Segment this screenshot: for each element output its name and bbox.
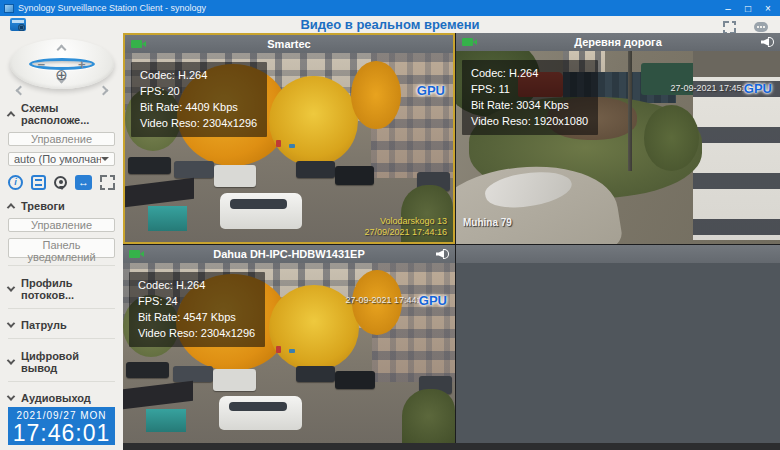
- target-icon: ⊕: [55, 66, 68, 84]
- camera-header[interactable]: Smartec: [125, 35, 453, 53]
- video-scene-shape: [335, 371, 375, 389]
- video-scene-shape: [289, 349, 295, 353]
- resolution-text: Video Reso: 2304x1296: [138, 325, 255, 341]
- camera-osd-timestamp: 27-09-2021 17:44:06: [345, 295, 429, 305]
- notification-panel-button[interactable]: Панель уведомлений: [8, 238, 115, 258]
- gpu-badge: GPU: [419, 293, 447, 308]
- live-view-grid: Smartec: [123, 33, 780, 450]
- camera-video-feed[interactable]: Codec: H.264 FPS: 20 Bit Rate: 4409 Kbps…: [125, 53, 453, 242]
- app-logo-icon: [4, 4, 14, 13]
- video-scene-shape: [276, 140, 281, 147]
- video-scene-shape: [146, 409, 186, 432]
- camera-icon: [129, 250, 140, 258]
- layout-manage-button[interactable]: Управление: [8, 132, 115, 146]
- section-audio-output[interactable]: Аудиовыход: [8, 392, 115, 404]
- app-header: Видео в реальном времени: [0, 16, 780, 33]
- clock-time: 17:46:01: [8, 422, 115, 445]
- codec-text: Codec: H.264: [140, 67, 257, 83]
- stream-info-overlay: Codec: H.264 FPS: 20 Bit Rate: 4409 Kbps…: [131, 62, 267, 137]
- ptz-left-arrow-icon[interactable]: [15, 86, 25, 96]
- video-scene-shape: [174, 161, 213, 178]
- minimize-button[interactable]: –: [718, 0, 738, 16]
- expand-view-button[interactable]: [100, 173, 115, 191]
- title-bar: Synology Surveillance Station Client - s…: [0, 0, 780, 16]
- video-scene-shape: [214, 165, 257, 188]
- layout-preset-select[interactable]: auto (По умолчанию): [8, 152, 115, 166]
- ptz-up-arrow-icon[interactable]: [56, 45, 66, 55]
- video-scene-shape: [148, 206, 187, 231]
- location-pin-icon: [54, 176, 67, 189]
- close-button[interactable]: ×: [758, 0, 778, 16]
- chevron-down-icon: [7, 283, 15, 291]
- chevron-down-icon: [7, 319, 15, 327]
- ptz-zoom-ring[interactable]: − + ⊕: [29, 58, 95, 70]
- snapshot-target-button[interactable]: [54, 173, 67, 191]
- osd-list-button[interactable]: [31, 173, 46, 191]
- ptz-right-arrow-icon[interactable]: [98, 86, 108, 96]
- camera-header: [456, 245, 780, 263]
- codec-text: Codec: H.264: [138, 277, 255, 293]
- alarm-manage-button[interactable]: Управление: [8, 218, 115, 232]
- speaker-icon[interactable]: [436, 248, 450, 260]
- bitrate-text: Bit Rate: 4409 Kbps: [140, 99, 257, 115]
- zoom-out-button[interactable]: −: [38, 58, 46, 71]
- zoom-in-button[interactable]: +: [78, 58, 86, 71]
- codec-text: Codec: H.264: [471, 65, 588, 81]
- info-button[interactable]: i: [8, 173, 23, 191]
- bitrate-text: Bit Rate: 3034 Kbps: [471, 97, 588, 113]
- resolution-text: Video Reso: 1920x1080: [471, 113, 588, 129]
- camera-osd-location: Muhina 79: [463, 217, 512, 228]
- video-scene-shape: [351, 61, 400, 129]
- camera-tile-smartec[interactable]: Smartec: [123, 33, 455, 244]
- camera-video-feed[interactable]: Codec: H.264 FPS: 24 Bit Rate: 4547 Kbps…: [123, 263, 455, 443]
- list-icon: [31, 175, 46, 190]
- section-patrol[interactable]: Патруль: [8, 319, 115, 331]
- camera-osd-timestamp: 27-09-2021 17:45:15: [670, 83, 754, 93]
- ptz-control-wheel[interactable]: − + ⊕: [10, 39, 114, 89]
- video-scene-shape: [296, 366, 336, 382]
- video-scene-shape: [644, 105, 699, 171]
- maximize-button[interactable]: □: [738, 0, 758, 16]
- video-scene-shape: [173, 366, 213, 382]
- video-scene-shape: [269, 76, 358, 167]
- info-icon: i: [8, 175, 23, 190]
- section-stream-profile[interactable]: Профиль потоков...: [8, 277, 115, 301]
- camera-osd-timestamp: Volodarskogo 13 27/09/2021 17:44:16: [364, 216, 447, 238]
- page-title: Видео в реальном времени: [0, 17, 780, 32]
- video-scene-shape: [296, 161, 335, 178]
- camera-tile-dahua[interactable]: Dahua DH-IPC-HDBW1431EP: [123, 245, 455, 443]
- fps-text: FPS: 20: [140, 83, 257, 99]
- video-scene-shape: [219, 396, 302, 430]
- fps-text: FPS: 11: [471, 81, 588, 97]
- camera-header[interactable]: Деревня дорога: [456, 33, 780, 51]
- section-layouts[interactable]: Схемы расположе...: [8, 102, 115, 126]
- camera-video-feed[interactable]: Codec: H.264 FPS: 11 Bit Rate: 3034 Kbps…: [456, 51, 780, 244]
- bitrate-text: Bit Rate: 4547 Kbps: [138, 309, 255, 325]
- chevron-down-icon: [7, 356, 15, 364]
- video-scene-shape: [402, 389, 455, 443]
- app-window: Synology Surveillance Station Client - s…: [0, 0, 780, 450]
- gpu-badge: GPU: [417, 83, 445, 98]
- bottom-edge-strip: [123, 443, 780, 450]
- chevron-down-icon: [7, 392, 15, 400]
- section-alarms[interactable]: Тревоги: [8, 200, 115, 212]
- video-scene-shape: [128, 157, 171, 174]
- camera-header[interactable]: Dahua DH-IPC-HDBW1431EP: [123, 245, 455, 263]
- camera-title: Smartec: [145, 38, 433, 50]
- video-scene-shape: [220, 193, 302, 229]
- camera-tile-empty[interactable]: [456, 245, 780, 443]
- stream-info-overlay: Codec: H.264 FPS: 24 Bit Rate: 4547 Kbps…: [129, 272, 265, 347]
- camera-tile-village-road[interactable]: Деревня дорога Codec: H.264 FPS: 11: [456, 33, 780, 244]
- sidebar: − + ⊕ Схемы расположе... Управление auto…: [0, 33, 123, 450]
- speaker-icon[interactable]: [761, 36, 775, 48]
- section-digital-output[interactable]: Цифровой вывод: [8, 350, 115, 374]
- video-scene-shape: [123, 381, 193, 409]
- fit-stretch-button[interactable]: ↔: [75, 173, 92, 191]
- view-toolbar: i ↔: [8, 173, 115, 191]
- expand-corners-icon: [100, 175, 115, 190]
- stream-info-overlay: Codec: H.264 FPS: 11 Bit Rate: 3034 Kbps…: [462, 60, 598, 135]
- empty-video-slot: [456, 263, 780, 443]
- camera-icon: [462, 38, 473, 46]
- fps-text: FPS: 24: [138, 293, 255, 309]
- video-scene-shape: [289, 144, 295, 148]
